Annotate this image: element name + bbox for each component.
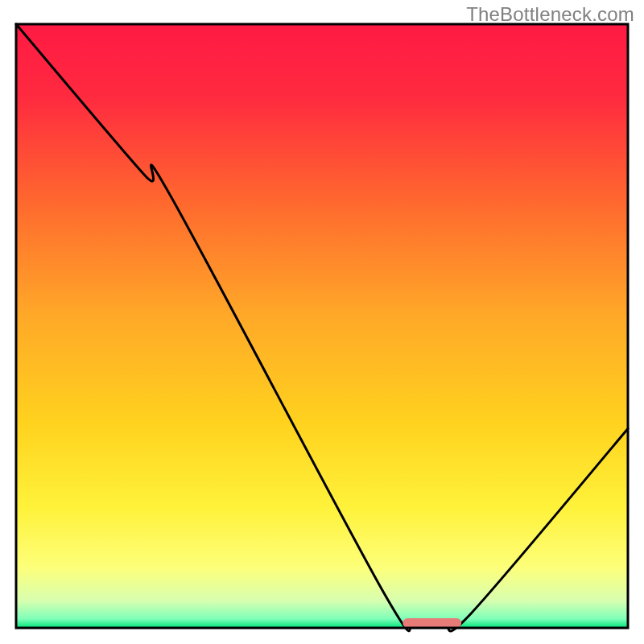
chart-container: TheBottleneck.com (0, 0, 644, 644)
watermark-text: TheBottleneck.com (466, 3, 634, 26)
bottleneck-chart (0, 0, 644, 644)
